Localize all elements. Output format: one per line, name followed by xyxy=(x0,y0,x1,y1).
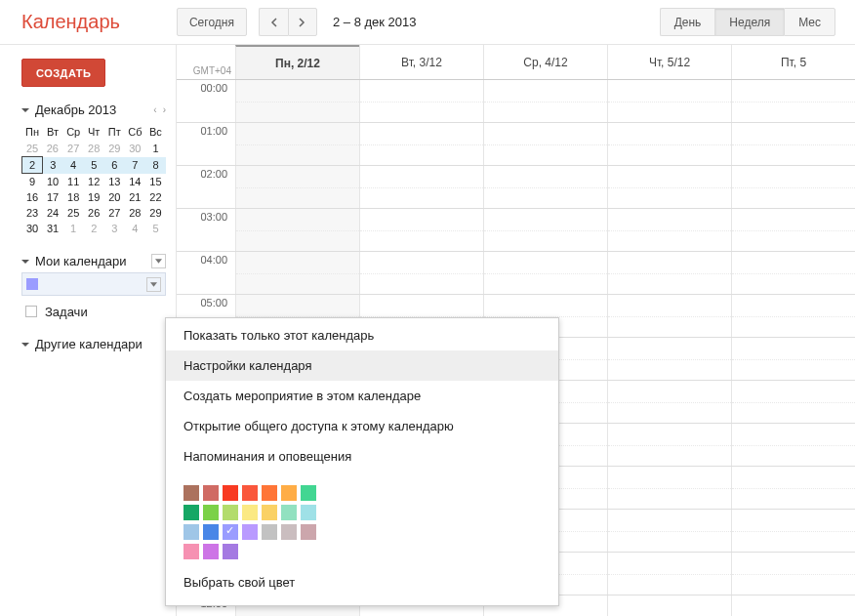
grid-cell[interactable] xyxy=(731,209,855,251)
minical-day[interactable]: 1 xyxy=(63,221,84,236)
minical-day[interactable]: 8 xyxy=(145,157,166,174)
grid-cell[interactable] xyxy=(607,338,731,380)
color-swatch[interactable] xyxy=(281,485,297,501)
minical-day[interactable]: 3 xyxy=(104,221,125,236)
grid-cell[interactable] xyxy=(731,381,855,423)
minical-day[interactable]: 15 xyxy=(145,174,166,190)
collapse-icon[interactable] xyxy=(21,260,29,264)
minical-day[interactable]: 18 xyxy=(63,189,84,205)
minical-day[interactable]: 5 xyxy=(145,221,166,236)
calendar-entry-menu-button[interactable] xyxy=(146,277,161,292)
grid-cell[interactable] xyxy=(483,80,607,122)
context-menu-item[interactable]: Показать только этот календарь xyxy=(166,320,558,350)
grid-cell[interactable] xyxy=(731,252,855,294)
custom-color-option[interactable]: Выбрать свой цвет xyxy=(166,563,558,603)
grid-cell[interactable] xyxy=(607,553,731,595)
grid-cell[interactable] xyxy=(235,252,359,294)
grid-cell[interactable] xyxy=(731,467,855,509)
grid-cell[interactable] xyxy=(731,510,855,552)
grid-cell[interactable] xyxy=(483,166,607,208)
minical-day[interactable]: 23 xyxy=(22,205,43,221)
grid-cell[interactable] xyxy=(607,80,731,122)
minical-day[interactable]: 19 xyxy=(84,189,104,205)
minical-next[interactable]: › xyxy=(163,104,166,115)
collapse-icon[interactable] xyxy=(21,108,29,112)
calendar-entry[interactable] xyxy=(21,272,166,296)
collapse-icon[interactable] xyxy=(21,343,29,347)
minical-day[interactable]: 29 xyxy=(145,205,166,221)
grid-cell[interactable] xyxy=(731,424,855,466)
color-swatch[interactable] xyxy=(183,485,199,501)
my-calendars-menu-button[interactable] xyxy=(151,254,166,268)
color-swatch[interactable] xyxy=(203,485,219,501)
grid-cell[interactable] xyxy=(607,166,731,208)
context-menu-item[interactable]: Напоминания и оповещения xyxy=(166,441,558,472)
next-button[interactable] xyxy=(288,8,317,36)
minical-prev[interactable]: ‹ xyxy=(153,104,156,115)
color-swatch[interactable] xyxy=(203,544,219,559)
grid-cell[interactable] xyxy=(607,595,731,616)
minical-day[interactable]: 22 xyxy=(145,189,166,205)
grid-cell[interactable] xyxy=(483,123,607,165)
color-swatch[interactable] xyxy=(281,524,297,540)
color-swatch[interactable] xyxy=(301,505,316,520)
color-swatch[interactable] xyxy=(183,505,199,520)
minical-day[interactable]: 25 xyxy=(63,205,84,221)
minical-day[interactable]: 27 xyxy=(104,205,125,221)
minical-day[interactable]: 12 xyxy=(84,174,104,190)
minical-day[interactable]: 24 xyxy=(43,205,63,221)
color-swatch[interactable] xyxy=(301,485,316,501)
color-swatch[interactable] xyxy=(242,524,258,540)
tasks-checkbox[interactable] xyxy=(25,306,37,317)
prev-button[interactable] xyxy=(259,8,288,36)
grid-cell[interactable] xyxy=(359,166,483,208)
grid-cell[interactable] xyxy=(731,166,855,208)
today-button[interactable]: Сегодня xyxy=(177,8,247,36)
minical-day[interactable]: 29 xyxy=(104,141,125,157)
minical-day[interactable]: 21 xyxy=(125,189,145,205)
app-logo[interactable]: Календарь xyxy=(21,11,120,33)
color-swatch[interactable] xyxy=(281,505,297,520)
color-swatch[interactable] xyxy=(242,505,258,520)
view-month-button[interactable]: Мес xyxy=(784,8,835,36)
day-header[interactable]: Вт, 3/12 xyxy=(359,45,483,79)
minical-day[interactable]: 28 xyxy=(125,205,145,221)
minical-day[interactable]: 10 xyxy=(43,174,63,190)
grid-cell[interactable] xyxy=(731,295,855,337)
grid-cell[interactable] xyxy=(731,123,855,165)
minical-day[interactable]: 4 xyxy=(63,157,84,174)
context-menu-item[interactable]: Открытие общего доступа к этому календар… xyxy=(166,411,558,441)
grid-cell[interactable] xyxy=(235,123,359,165)
color-swatch[interactable] xyxy=(262,505,277,520)
color-swatch[interactable] xyxy=(223,544,238,559)
grid-cell[interactable] xyxy=(235,80,359,122)
minical-day[interactable]: 9 xyxy=(22,174,43,190)
context-menu-item[interactable]: Создать мероприятие в этом календаре xyxy=(166,381,558,411)
minical-day[interactable]: 20 xyxy=(104,189,125,205)
grid-cell[interactable] xyxy=(359,209,483,251)
color-swatch[interactable] xyxy=(262,485,277,501)
grid-cell[interactable] xyxy=(731,553,855,595)
day-header[interactable]: Пт, 5 xyxy=(731,45,855,79)
grid-cell[interactable] xyxy=(483,252,607,294)
grid-cell[interactable] xyxy=(731,595,855,616)
color-swatch[interactable] xyxy=(203,524,219,540)
color-swatch[interactable] xyxy=(301,524,316,540)
grid-cell[interactable] xyxy=(607,381,731,423)
grid-cell[interactable] xyxy=(731,80,855,122)
minical-day[interactable]: 14 xyxy=(125,174,145,190)
minical-day[interactable]: 3 xyxy=(43,157,63,174)
minical-day[interactable]: 30 xyxy=(125,141,145,157)
minical-day[interactable]: 16 xyxy=(22,189,43,205)
minical-day[interactable]: 30 xyxy=(22,221,43,236)
grid-cell[interactable] xyxy=(235,166,359,208)
minical-day[interactable]: 4 xyxy=(125,221,145,236)
grid-cell[interactable] xyxy=(607,252,731,294)
color-swatch[interactable] xyxy=(183,544,199,559)
color-swatch[interactable] xyxy=(223,524,238,540)
context-menu-item[interactable]: Настройки календаря xyxy=(166,350,558,381)
minical-day[interactable]: 17 xyxy=(43,189,63,205)
day-header[interactable]: Чт, 5/12 xyxy=(607,45,731,79)
grid-cell[interactable] xyxy=(607,510,731,552)
grid-cell[interactable] xyxy=(731,338,855,380)
